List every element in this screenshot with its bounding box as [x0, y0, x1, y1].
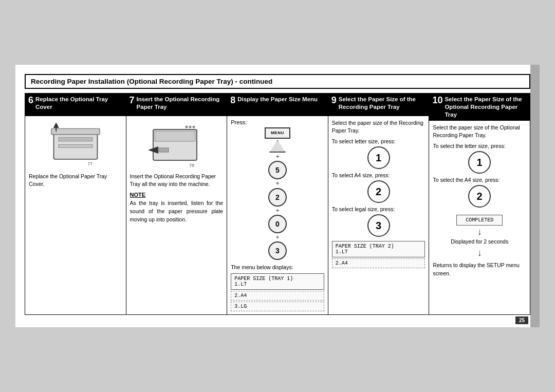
step-7-title: Insert the Optional Recording Paper Tray	[137, 96, 224, 111]
button-0-icon: 0	[268, 215, 287, 233]
menu-display-line2: 1.LT	[234, 282, 321, 287]
svg-rect-8	[155, 131, 195, 141]
step-6-column: 6 Replace the Optional Tray Cover	[25, 94, 126, 315]
step-6-title: Replace the Optional Tray Cover	[35, 96, 123, 111]
step-8-menu-label: The menu below displays:	[231, 264, 324, 270]
step-10-letter-label: To select the letter size, press:	[433, 143, 526, 149]
menu-display-line1: PAPER SIZE (TRAY 1)	[234, 276, 321, 282]
step-8-menu-solid: PAPER SIZE (TRAY 1) 1.LT	[231, 273, 324, 290]
step-9-body: Select the paper size of the Recording P…	[328, 116, 429, 315]
step-9-menu-line1: PAPER SIZE (TRAY 2)	[336, 244, 422, 249]
step-9-letter-label: To select letter size, press:	[332, 138, 425, 144]
step-10-button-2: 2	[468, 185, 491, 208]
step-10-number: 10	[432, 96, 442, 105]
step-8-title: Display the Paper Size Menu	[237, 96, 318, 103]
svg-rect-4	[59, 145, 92, 148]
step-8-menu-dashed-1: 2.A4	[231, 291, 324, 301]
button-3-icon: 3	[268, 241, 287, 260]
step-9-column: 9 Select the Paper Size of the Recording…	[328, 94, 430, 315]
svg-rect-3	[59, 138, 92, 142]
step-9-a4-label: To select A4 size, press:	[332, 172, 425, 178]
step-10-a4-label: To select the A4 size, press:	[433, 177, 526, 183]
step-10-body: Select the paper size of the Optional Re…	[429, 121, 530, 315]
step-10-arrow-down: ↓	[433, 226, 526, 238]
step-6-header: 6 Replace the Optional Tray Cover	[25, 94, 126, 116]
step-10-title: Select the Paper Size of the Optional Re…	[445, 96, 527, 119]
svg-text:77: 77	[87, 161, 92, 166]
step-8-menu-dashed-2: 3.LG	[231, 302, 324, 311]
printer-image-7: 78	[145, 122, 207, 168]
step-10-arrow-down-2: ↓	[433, 247, 526, 259]
button-5-icon: 5	[268, 161, 287, 179]
plus-1: +	[275, 153, 279, 160]
step-7-note-text: As the tray is inserted, listen for the …	[130, 199, 224, 223]
arrow-up-button-icon	[269, 140, 286, 153]
svg-rect-1	[51, 129, 100, 135]
step-8-number: 8	[230, 96, 235, 105]
page-number: 25	[515, 316, 528, 324]
button-2-icon: 2	[268, 188, 287, 207]
page-title: Recording Paper Installation (Optional R…	[25, 74, 530, 89]
step-9-body-top: Select the paper size of the Recording P…	[332, 119, 425, 136]
step-8-header: 8 Display the Paper Size Menu	[227, 94, 328, 116]
step-6-text: Replace the Optional Paper Tray Cover.	[29, 173, 122, 189]
svg-rect-13	[158, 148, 169, 152]
step-9-title: Select the Paper Size of the Recording P…	[339, 96, 426, 111]
plus-3: +	[275, 207, 279, 214]
step-9-button-3: 3	[367, 214, 390, 237]
step-9-button-1: 1	[367, 146, 390, 169]
step-10-completed-box: COMPLETED	[456, 215, 503, 226]
plus-4: +	[275, 234, 279, 241]
step-9-menu-line2: 1.LT	[336, 249, 422, 255]
step-7-column: 7 Insert the Optional Recording Paper Tr…	[126, 94, 228, 315]
step-7-header: 7 Insert the Optional Recording Paper Tr…	[126, 94, 227, 116]
step-8-button-sequence: MENU + 5 + 2 + 0 + 3	[231, 127, 324, 260]
step-8-column: 8 Display the Paper Size Menu Press: MEN…	[227, 94, 328, 315]
right-sidebar	[530, 65, 540, 328]
step-9-number: 9	[331, 96, 337, 105]
svg-point-11	[193, 125, 195, 128]
step-9-menu-dashed-1: 2.A4	[332, 258, 425, 268]
step-8-press-label: Press:	[231, 119, 324, 125]
step-10-column: 10 Select the Paper Size of the Optional…	[429, 94, 530, 315]
step-10-body-top: Select the paper size of the Optional Re…	[433, 124, 526, 140]
step-8-body: Press: MENU + 5 + 2 + 0 + 3 The menu bel…	[227, 116, 328, 315]
svg-text:78: 78	[189, 163, 194, 168]
plus-2: +	[275, 180, 279, 187]
step-9-button-2: 2	[367, 180, 390, 203]
step-7-note-label: NOTE	[130, 192, 224, 198]
step-6-body: 77 Replace the Optional Paper Tray Cover…	[25, 116, 126, 315]
step-9-menu-solid: PAPER SIZE (TRAY 2) 1.LT	[332, 241, 425, 257]
svg-point-9	[186, 125, 188, 128]
step-9-legal-label: To select legal size, press:	[332, 206, 425, 212]
step-10-displayed-label: Displayed for 2 seconds	[433, 238, 526, 245]
step-10-completed-section: COMPLETED ↓ Displayed for 2 seconds ↓ Re…	[433, 215, 526, 278]
step-10-button-1: 1	[468, 151, 491, 174]
step-6-image: 77	[29, 119, 122, 171]
svg-point-10	[189, 125, 192, 128]
step-6-number: 6	[28, 96, 33, 105]
step-7-body: 78 Insert the Optional Recording Paper T…	[126, 116, 227, 315]
printer-image-6: 77	[47, 123, 104, 166]
step-9-header: 9 Select the Paper Size of the Recording…	[328, 94, 429, 116]
step-10-returns-label: Returns to display the SETUP menu screen…	[433, 262, 526, 278]
step-7-text: Insert the Optional Recording Paper Tray…	[130, 173, 224, 189]
step-7-image: 78	[130, 119, 224, 171]
step-10-header: 10 Select the Paper Size of the Optional…	[429, 94, 530, 121]
step-9-menu-display: PAPER SIZE (TRAY 2) 1.LT 2.A4	[332, 241, 425, 268]
step-7-number: 7	[130, 96, 135, 105]
menu-button-icon: MENU	[265, 127, 290, 139]
